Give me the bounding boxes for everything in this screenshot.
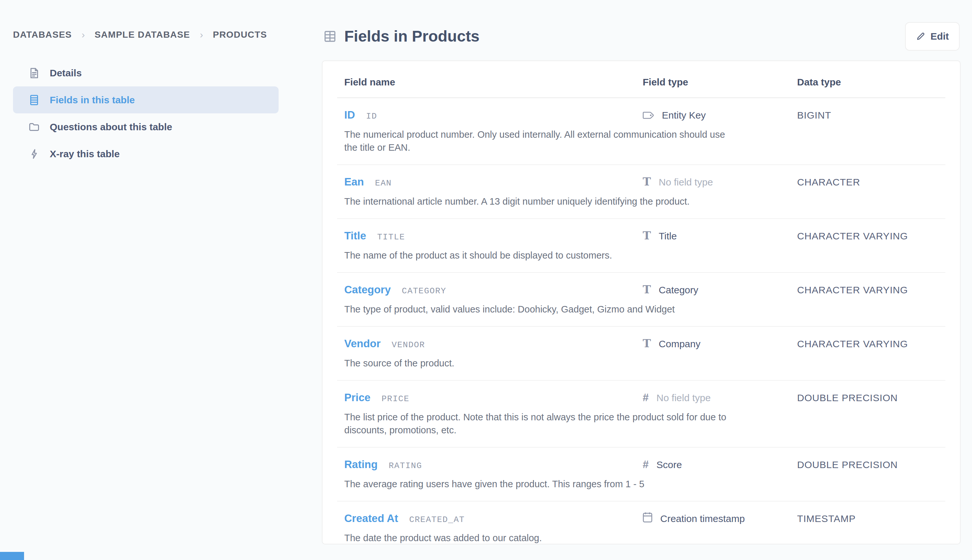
field-name-link[interactable]: ID <box>344 108 355 122</box>
field-row-id: ID ID Entity Key BIGINT The numerical pr… <box>337 98 945 165</box>
bottom-left-accent <box>0 552 24 560</box>
column-header-field-name: Field name <box>344 77 643 88</box>
field-row-price: Price PRICE # No field type DOUBLE PRECI… <box>337 381 945 448</box>
field-row-category: Category CATEGORY T Category CHARACTER V… <box>337 273 945 327</box>
field-description: The average rating users have given the … <box>344 477 731 490</box>
field-name-link[interactable]: Vendor <box>344 337 381 351</box>
data-type: CHARACTER <box>797 175 945 189</box>
edit-button[interactable]: Edit <box>905 22 960 51</box>
page-title: Fields in Products <box>344 27 479 45</box>
field-type-label: Company <box>659 337 700 351</box>
data-type: DOUBLE PRECISION <box>797 391 945 405</box>
field-description: The date the product was added to our ca… <box>344 532 731 544</box>
table-header-row: Field name Field type Data type <box>337 61 945 98</box>
field-type-label: No field type <box>656 391 711 405</box>
table-icon <box>324 30 336 43</box>
field-code: CREATED_AT <box>409 513 465 527</box>
pencil-icon <box>916 32 925 41</box>
field-type-label: Creation timestamp <box>660 512 745 526</box>
document-icon <box>28 67 41 80</box>
field-code: EAN <box>375 176 392 190</box>
field-row-title: Title TITLE T Title CHARACTER VARYING Th… <box>337 219 945 273</box>
number-type-icon: # <box>643 392 648 403</box>
sidebar-item-fields-in-this-table[interactable]: Fields in this table <box>13 87 279 113</box>
field-row-vendor: Vendor VENDOR T Company CHARACTER VARYIN… <box>337 327 945 381</box>
field-type-label: Score <box>656 458 682 472</box>
entity-key-icon <box>643 112 654 119</box>
field-row-created-at: Created At CREATED_AT Creation timestamp… <box>337 502 945 544</box>
field-name-link[interactable]: Created At <box>344 511 398 525</box>
page-header: Fields in Products <box>324 27 479 45</box>
breadcrumb-sample-database[interactable]: SAMPLE DATABASE <box>95 30 190 40</box>
bolt-icon <box>28 147 41 160</box>
sidebar-item-label: Fields in this table <box>50 95 135 105</box>
chevron-right-icon: › <box>200 29 203 40</box>
field-description: The name of the product as it should be … <box>344 249 731 262</box>
field-type-label: Entity Key <box>662 108 706 122</box>
edit-button-label: Edit <box>930 31 949 42</box>
field-code: CATEGORY <box>402 284 446 298</box>
sidebar-item-questions-about-this-table[interactable]: Questions about this table <box>13 113 279 140</box>
field-description: The type of product, valid values includ… <box>344 303 731 316</box>
field-name-link[interactable]: Title <box>344 229 366 243</box>
sidebar-item-label: Questions about this table <box>50 122 172 133</box>
field-name-link[interactable]: Price <box>344 390 371 405</box>
number-type-icon: # <box>643 459 648 470</box>
field-name-link[interactable]: Category <box>344 283 391 297</box>
table-rows-icon <box>28 93 41 107</box>
field-code: ID <box>366 109 377 123</box>
sidebar: Details Fields in this table Questions a… <box>13 60 279 167</box>
field-code: PRICE <box>382 392 409 406</box>
field-code: VENDOR <box>392 338 425 352</box>
data-type: CHARACTER VARYING <box>797 283 945 297</box>
data-type: DOUBLE PRECISION <box>797 458 945 472</box>
breadcrumb-products[interactable]: PRODUCTS <box>213 30 267 40</box>
field-row-ean: Ean EAN T No field type CHARACTER The in… <box>337 165 945 219</box>
field-type-label: No field type <box>659 175 713 189</box>
data-type: BIGINT <box>797 108 945 122</box>
field-name-link[interactable]: Ean <box>344 175 364 189</box>
text-type-icon: T <box>643 230 651 241</box>
breadcrumb-databases[interactable]: DATABASES <box>13 30 72 40</box>
field-description: The numerical product number. Only used … <box>344 128 731 154</box>
folder-icon <box>28 120 41 133</box>
sidebar-item-label: Details <box>50 68 82 78</box>
fields-card: Field name Field type Data type ID ID En… <box>322 60 960 544</box>
sidebar-item-xray-this-table[interactable]: X-ray this table <box>13 140 279 167</box>
field-name-link[interactable]: Rating <box>344 457 378 472</box>
field-code: TITLE <box>377 230 405 244</box>
chevron-right-icon: › <box>82 29 85 40</box>
breadcrumb: DATABASES › SAMPLE DATABASE › PRODUCTS <box>13 29 267 40</box>
text-type-icon: T <box>643 176 651 187</box>
field-type-label: Category <box>659 283 698 297</box>
calendar-icon <box>643 512 653 523</box>
field-description: The source of the product. <box>344 357 731 370</box>
text-type-icon: T <box>643 338 651 349</box>
field-description: The list price of the product. Note that… <box>344 411 731 437</box>
field-type-label: Title <box>659 229 677 243</box>
data-type: TIMESTAMP <box>797 512 945 526</box>
column-header-field-type: Field type <box>643 77 797 88</box>
sidebar-item-label: X-ray this table <box>50 148 120 160</box>
text-type-icon: T <box>643 284 651 295</box>
field-row-rating: Rating RATING # Score DOUBLE PRECISION T… <box>337 448 945 502</box>
column-header-data-type: Data type <box>797 77 945 88</box>
data-type: CHARACTER VARYING <box>797 337 945 351</box>
sidebar-item-details[interactable]: Details <box>13 60 279 87</box>
field-code: RATING <box>389 459 422 473</box>
data-type: CHARACTER VARYING <box>797 229 945 243</box>
field-description: The international article number. A 13 d… <box>344 195 731 208</box>
